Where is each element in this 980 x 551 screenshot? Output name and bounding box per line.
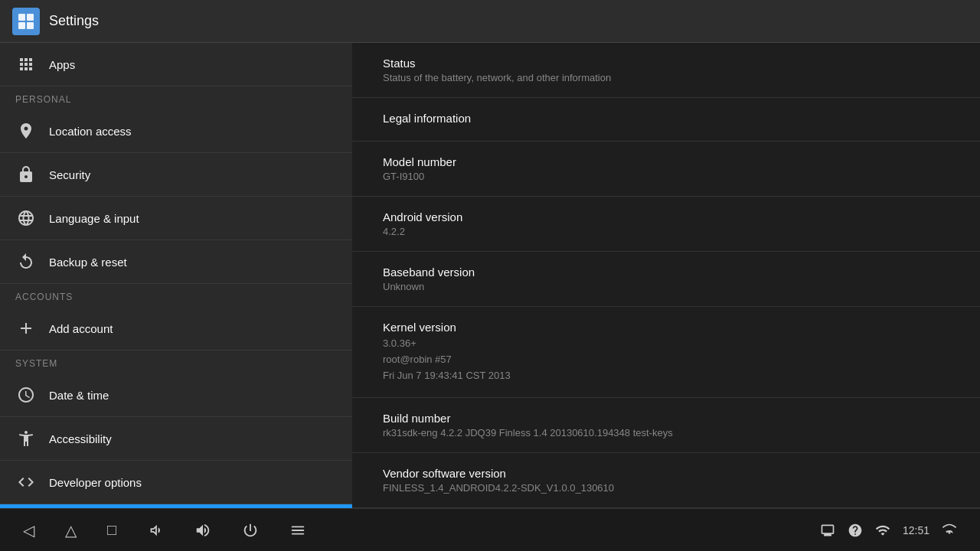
sidebar-item-label: Security — [49, 168, 90, 181]
sidebar-item-icon — [15, 384, 37, 406]
sidebar-section-header: PERSONAL — [0, 86, 352, 109]
content-item-subtitle: GT-I9100 — [383, 171, 949, 182]
content-item-status[interactable]: StatusStatus of the battery, network, an… — [352, 43, 980, 98]
vol-up-button[interactable] — [194, 521, 211, 540]
sidebar-item-icon — [15, 207, 37, 229]
help-icon — [848, 523, 863, 538]
menu-button[interactable] — [289, 521, 306, 540]
sidebar-item-location-access[interactable]: Location access — [0, 109, 352, 153]
sidebar-item-developer-options[interactable]: Developer options — [0, 461, 352, 504]
svg-rect-3 — [27, 22, 34, 29]
content-item-title: Android version — [383, 210, 949, 223]
sidebar-item-date-and-time[interactable]: Date & time — [0, 373, 352, 417]
content-item-title: Model number — [383, 155, 949, 168]
content-item-title: Legal information — [383, 112, 949, 125]
svg-rect-1 — [27, 14, 34, 21]
content-item-multiline: 3.0.36+ root@robin #57 Fri Jun 7 19:43:4… — [383, 336, 949, 383]
sidebar-item-label: Date & time — [49, 389, 109, 402]
titlebar: Settings — [0, 0, 980, 43]
sidebar-item-icon — [15, 318, 37, 339]
sidebar-section-header: SYSTEM — [0, 350, 352, 373]
content-item-subtitle: FINLESS_1.4_ANDROID4.2.2-SDK_V1.0.0_1306… — [383, 482, 949, 494]
sidebar-item-label: Add account — [49, 322, 113, 335]
content-item-model-number[interactable]: Model numberGT-I9100 — [352, 142, 980, 197]
content-item-subtitle: Unknown — [383, 281, 949, 292]
sidebar-item-security[interactable]: Security — [0, 153, 352, 197]
content-item-android-version[interactable]: Android version4.2.2 — [352, 197, 980, 252]
screen-icon — [820, 523, 835, 538]
vol-down-button[interactable] — [147, 521, 164, 540]
content-item-title: Baseband version — [383, 266, 949, 279]
sidebar-item-label: Location access — [49, 125, 132, 138]
content-area: StatusStatus of the battery, network, an… — [352, 43, 980, 508]
sidebar-item-language-and-input[interactable]: Language & input — [0, 197, 352, 240]
content-item-baseband-version[interactable]: Baseband versionUnknown — [352, 252, 980, 307]
navbar: ◁ △ □ — [0, 508, 980, 551]
content-item-subtitle: 4.2.2 — [383, 226, 949, 237]
content-item-subtitle: rk31sdk-eng 4.2.2 JDQ39 Finless 1.4 2013… — [383, 427, 949, 439]
home-button[interactable]: △ — [65, 521, 77, 540]
sidebar-item-label: Language & input — [49, 212, 139, 225]
app-icon — [12, 8, 40, 35]
back-button[interactable]: ◁ — [23, 521, 34, 540]
sidebar-item-icon — [15, 120, 37, 142]
svg-rect-0 — [18, 14, 25, 21]
main-layout: AppsPERSONALLocation accessSecurityLangu… — [0, 43, 980, 508]
sidebar-item-label: Accessibility — [49, 432, 112, 445]
sidebar-item-icon — [15, 54, 37, 75]
content-item-title: Status — [383, 57, 949, 70]
content-item-title: Vendor software version — [383, 467, 949, 480]
sidebar-item-icon — [15, 428, 37, 449]
sidebar-item-icon — [15, 471, 37, 493]
content-item-title: Kernel version — [383, 321, 949, 334]
recents-button[interactable]: □ — [107, 521, 116, 540]
wifi-signal-icon — [942, 523, 957, 538]
app-title: Settings — [49, 13, 99, 29]
nav-left: ◁ △ □ — [23, 521, 306, 540]
time-display: 12:51 — [903, 524, 929, 536]
sidebar-item-icon — [15, 251, 37, 272]
sidebar-item-add-account[interactable]: Add account — [0, 307, 352, 350]
sidebar-item-accessibility[interactable]: Accessibility — [0, 417, 352, 461]
content-item-vendor-software-version[interactable]: Vendor software versionFINLESS_1.4_ANDRO… — [352, 453, 980, 508]
content-item-legal-information[interactable]: Legal information — [352, 98, 980, 142]
sidebar-item-label: Backup & reset — [49, 256, 127, 269]
sidebar-section-header: ACCOUNTS — [0, 284, 352, 307]
nav-right: 12:51 — [820, 523, 957, 538]
network-icon — [875, 523, 890, 538]
content-item-title: Build number — [383, 412, 949, 425]
sidebar-item-backup-and-reset[interactable]: Backup & reset — [0, 240, 352, 284]
svg-rect-2 — [18, 22, 25, 29]
content-item-subtitle: Status of the battery, network, and othe… — [383, 72, 949, 83]
sidebar: AppsPERSONALLocation accessSecurityLangu… — [0, 43, 352, 508]
sidebar-item-apps[interactable]: Apps — [0, 43, 352, 86]
sidebar-item-label: Developer options — [49, 476, 142, 489]
content-item-build-number[interactable]: Build numberrk31sdk-eng 4.2.2 JDQ39 Finl… — [352, 398, 980, 453]
power-button[interactable] — [242, 521, 259, 540]
sidebar-item-icon — [15, 164, 37, 185]
sidebar-item-label: Apps — [49, 58, 75, 71]
content-item-kernel-version[interactable]: Kernel version3.0.36+ root@robin #57 Fri… — [352, 307, 980, 398]
